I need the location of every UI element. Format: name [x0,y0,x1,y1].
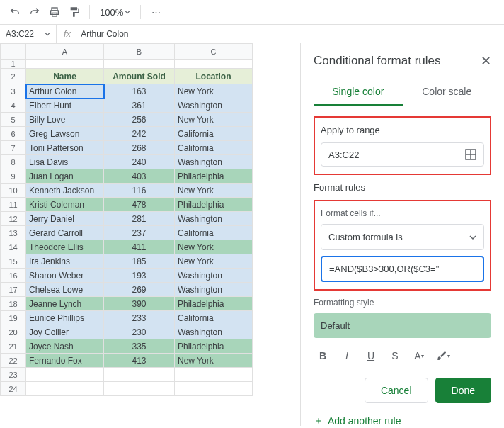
cell-B12[interactable]: 281 [104,212,175,226]
row-header-12[interactable]: 12 [1,212,26,226]
cell-B21[interactable]: 335 [104,339,175,354]
cell-C9[interactable]: Philadelphia [175,169,253,184]
col-header-C[interactable]: C [175,44,253,60]
row-header-3[interactable]: 3 [1,84,26,98]
cell-C22[interactable]: New York [175,354,253,368]
add-rule-button[interactable]: ＋ Add another rule [314,415,491,426]
cell-A18[interactable]: Jeanne Lynch [26,297,104,311]
select-all-corner[interactable] [1,44,26,60]
bold-button[interactable]: B [314,347,332,365]
undo-icon[interactable] [7,4,23,20]
zoom-dropdown[interactable]: 100% [97,7,133,18]
cell-A4[interactable]: Elbert Hunt [26,98,104,113]
cell-B20[interactable]: 230 [104,325,175,339]
cell-B7[interactable]: 268 [104,141,175,155]
cell-C15[interactable]: New York [175,254,253,269]
cell-A21[interactable]: Joyce Nash [26,339,104,354]
cell-C19[interactable]: California [175,311,253,325]
cell-B11[interactable]: 478 [104,198,175,212]
row-header-16[interactable]: 16 [1,269,26,283]
italic-button[interactable]: I [338,347,356,365]
fill-color-button[interactable]: ▾ [434,347,452,365]
name-box[interactable]: A3:C22 [0,25,57,43]
row-header-23[interactable]: 23 [1,368,26,382]
cell-C6[interactable]: California [175,127,253,141]
row-header-13[interactable]: 13 [1,226,26,240]
paint-format-icon[interactable] [67,4,82,20]
cell-C20[interactable]: Washington [175,325,253,339]
cell-C18[interactable]: Philadelphia [175,297,253,311]
row-header-11[interactable]: 11 [1,198,26,212]
cancel-button[interactable]: Cancel [365,378,428,403]
row-header-6[interactable]: 6 [1,127,26,141]
cell-B8[interactable]: 240 [104,155,175,169]
row-header-18[interactable]: 18 [1,297,26,311]
row-header-14[interactable]: 14 [1,240,26,254]
header-name[interactable]: Name [26,69,104,84]
grid-icon[interactable] [465,149,476,160]
cell-A16[interactable]: Sharon Weber [26,269,104,283]
cell-A8[interactable]: Lisa Davis [26,155,104,169]
row-header-15[interactable]: 15 [1,254,26,269]
row-header-10[interactable]: 10 [1,184,26,198]
print-icon[interactable] [47,4,62,20]
cell-C16[interactable]: Washington [175,269,253,283]
close-icon[interactable]: ✕ [481,53,491,69]
done-button[interactable]: Done [435,378,491,403]
cell-A9[interactable]: Juan Logan [26,169,104,184]
cell-C13[interactable]: California [175,226,253,240]
cell-C3[interactable]: New York [175,84,253,98]
spreadsheet[interactable]: ABC12NameAmount SoldLocation3Arthur Colo… [0,43,300,426]
style-preview[interactable]: Default [314,313,491,338]
cell-C14[interactable]: New York [175,240,253,254]
col-header-B[interactable]: B [104,44,175,60]
cell-C12[interactable]: Washington [175,212,253,226]
range-input[interactable]: A3:C22 [321,142,484,167]
cell-C8[interactable]: Washington [175,155,253,169]
cell-A7[interactable]: Toni Patterson [26,141,104,155]
row-header-24[interactable]: 24 [1,382,26,396]
cell-A10[interactable]: Kenneth Jackson [26,184,104,198]
cell-B19[interactable]: 233 [104,311,175,325]
strike-button[interactable]: S [386,347,404,365]
cell-A14[interactable]: Theodore Ellis [26,240,104,254]
cell-A17[interactable]: Chelsea Lowe [26,283,104,297]
cell-A19[interactable]: Eunice Phillips [26,311,104,325]
more-icon[interactable]: ⋯ [148,4,164,20]
header-amount[interactable]: Amount Sold [104,69,175,84]
cell-B3[interactable]: 163 [104,84,175,98]
tab-single-color[interactable]: Single color [314,79,403,106]
cell-B18[interactable]: 390 [104,297,175,311]
cell-C11[interactable]: Philadelphia [175,198,253,212]
row-header-17[interactable]: 17 [1,283,26,297]
row-header-5[interactable]: 5 [1,113,26,127]
cell-C17[interactable]: Washington [175,283,253,297]
cell-C21[interactable]: Philadelphia [175,339,253,354]
row-header-8[interactable]: 8 [1,155,26,169]
cell-B13[interactable]: 237 [104,226,175,240]
text-color-button[interactable]: A▾ [410,347,428,365]
cell-B22[interactable]: 413 [104,354,175,368]
row-header-19[interactable]: 19 [1,311,26,325]
cell-A3[interactable]: Arthur Colon [26,84,104,98]
cell-A20[interactable]: Joy Collier [26,325,104,339]
cell-A12[interactable]: Jerry Daniel [26,212,104,226]
underline-button[interactable]: U [362,347,380,365]
row-header-9[interactable]: 9 [1,169,26,184]
cell-B4[interactable]: 361 [104,98,175,113]
cell-B9[interactable]: 403 [104,169,175,184]
row-header-21[interactable]: 21 [1,339,26,354]
cell-B16[interactable]: 193 [104,269,175,283]
custom-formula-input[interactable]: =AND($B3>300,OR($C3=" [321,256,484,282]
cell-B14[interactable]: 411 [104,240,175,254]
row-header-22[interactable]: 22 [1,354,26,368]
cell-A6[interactable]: Greg Lawson [26,127,104,141]
cell-C10[interactable]: New York [175,184,253,198]
cell-A22[interactable]: Fernando Fox [26,354,104,368]
cell-B15[interactable]: 185 [104,254,175,269]
redo-icon[interactable] [27,4,42,20]
cell-B10[interactable]: 116 [104,184,175,198]
row-header-2[interactable]: 2 [1,69,26,84]
cell-A13[interactable]: Gerard Carroll [26,226,104,240]
cell-C4[interactable]: Washington [175,98,253,113]
